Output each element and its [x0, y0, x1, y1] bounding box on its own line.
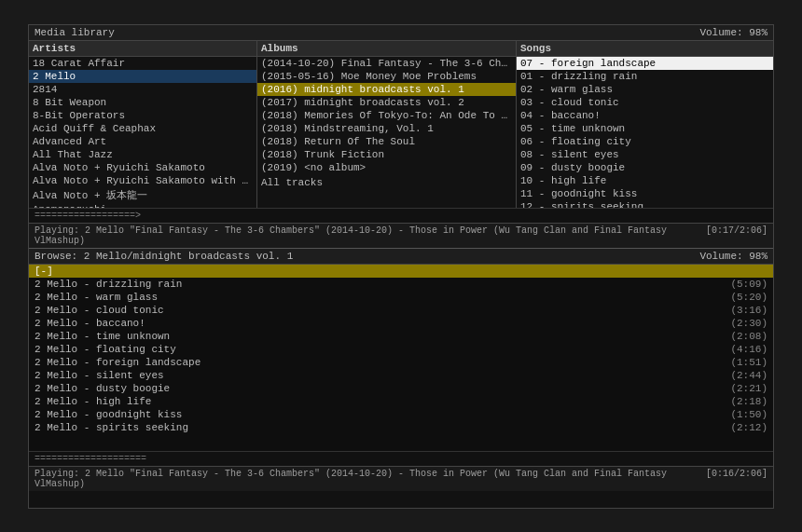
- playlist-item-label: 2 Mello - floating city: [35, 344, 176, 355]
- song-item[interactable]: 04 - baccano!: [517, 109, 773, 122]
- playlist-item-duration: (2:08): [730, 331, 767, 342]
- playlist-item-duration: (2:30): [730, 318, 767, 329]
- playlist-item-duration: (2:44): [730, 370, 767, 381]
- playlist-item-label: 2 Mello - baccano!: [35, 318, 145, 329]
- playlist-item-label: 2 Mello - goodnight kiss: [35, 409, 182, 420]
- song-item[interactable]: 03 - cloud tonic: [517, 96, 773, 109]
- playlist-item-duration: (4:16): [730, 344, 767, 355]
- artists-column: Artists 18 Carat Affair2 Mello28148 Bit …: [29, 41, 257, 208]
- albums-header: Albums: [257, 41, 516, 57]
- playlist-item-label: 2 Mello - time unknown: [35, 331, 170, 342]
- album-item[interactable]: (2014-10-20) Final Fantasy - The 3-6 Cha…: [257, 57, 516, 70]
- song-item[interactable]: 05 - time unknown: [517, 122, 773, 135]
- playlist-item-label: 2 Mello - silent eyes: [35, 370, 164, 381]
- song-item[interactable]: 12 - spirits seeking: [517, 200, 773, 208]
- albums-list: (2014-10-20) Final Fantasy - The 3-6 Cha…: [257, 57, 516, 189]
- artist-item[interactable]: 8-Bit Operators: [29, 109, 256, 122]
- media-library-panel: Media library Volume: 98% Artists 18 Car…: [29, 25, 773, 249]
- playlist-item[interactable]: 2 Mello - baccano!(2:30): [29, 317, 773, 330]
- artist-item[interactable]: 8 Bit Weapon: [29, 96, 256, 109]
- artist-item[interactable]: Advanced Art: [29, 135, 256, 148]
- playlist-item-label: 2 Mello - drizzling rain: [35, 279, 182, 290]
- song-item[interactable]: 07 - foreign landscape: [517, 57, 773, 70]
- playlist-item[interactable]: 2 Mello - high life(2:18): [29, 395, 773, 408]
- bottom-volume: Volume: 98%: [699, 251, 767, 262]
- playlist-item[interactable]: 2 Mello - spirits seeking(2:12): [29, 421, 773, 434]
- playlist-item[interactable]: 2 Mello - warm glass(5:20): [29, 291, 773, 304]
- playlist-item-label: 2 Mello - high life: [35, 396, 151, 407]
- artist-item[interactable]: Alva Noto + Ryuichi Sakamoto with Ensemb…: [29, 174, 256, 187]
- album-item[interactable]: (2015-05-16) Moe Money Moe Problems: [257, 70, 516, 83]
- album-item[interactable]: All tracks: [257, 176, 516, 189]
- playlist-item[interactable]: 2 Mello - floating city(4:16): [29, 343, 773, 356]
- playlist-container: [-]2 Mello - drizzling rain(5:09)2 Mello…: [29, 265, 773, 451]
- playlist-item-duration: (1:51): [730, 357, 767, 368]
- playlist-item[interactable]: 2 Mello - drizzling rain(5:09): [29, 278, 773, 291]
- playlist-item[interactable]: 2 Mello - dusty boogie(2:21): [29, 382, 773, 395]
- browse-panel: Browse: 2 Mello/midnight broadcasts vol.…: [29, 249, 773, 491]
- browse-title: Browse: 2 Mello/midnight broadcasts vol.…: [35, 251, 293, 262]
- songs-header: Songs: [517, 41, 773, 57]
- artist-item[interactable]: 2814: [29, 83, 256, 96]
- top-time: [0:17/2:06]: [706, 225, 767, 246]
- playlist-list: [-]2 Mello - drizzling rain(5:09)2 Mello…: [29, 265, 773, 434]
- album-item[interactable]: (2018) Memories Of Tokyo-To: An Ode To J…: [257, 109, 516, 122]
- playlist-item[interactable]: 2 Mello - cloud tonic(3:16): [29, 304, 773, 317]
- top-now-playing: Playing: 2 Mello "Final Fantasy - The 3-…: [35, 225, 706, 246]
- songs-list: 07 - foreign landscape01 - drizzling rai…: [517, 57, 773, 208]
- bottom-time: [0:16/2:06]: [706, 469, 767, 489]
- playlist-item-duration: (2:21): [730, 383, 767, 394]
- song-item[interactable]: 10 - high life: [517, 174, 773, 187]
- artist-item[interactable]: All That Jazz: [29, 148, 256, 161]
- playlist-item-label: 2 Mello - spirits seeking: [35, 422, 188, 433]
- playlist-item[interactable]: 2 Mello - time unknown(2:08): [29, 330, 773, 343]
- playlist-item-duration: (1:50): [730, 409, 767, 420]
- album-item[interactable]: (2017) midnight broadcasts vol. 2: [257, 96, 516, 109]
- artist-item[interactable]: Alva Noto + Ryuichi Sakamoto: [29, 161, 256, 174]
- playlist-item[interactable]: 2 Mello - foreign landscape(1:51): [29, 356, 773, 369]
- playlist-item[interactable]: 2 Mello - silent eyes(2:44): [29, 369, 773, 382]
- albums-column: Albums (2014-10-20) Final Fantasy - The …: [257, 41, 517, 208]
- columns-container: Artists 18 Carat Affair2 Mello28148 Bit …: [29, 41, 773, 208]
- playlist-item-duration: (3:16): [730, 305, 767, 316]
- song-item[interactable]: 06 - floating city: [517, 135, 773, 148]
- playlist-item-label: 2 Mello - cloud tonic: [35, 305, 164, 316]
- playlist-item-duration: (5:09): [730, 279, 767, 290]
- song-item[interactable]: 11 - goodnight kiss: [517, 187, 773, 200]
- song-item[interactable]: 08 - silent eyes: [517, 148, 773, 161]
- song-item[interactable]: 09 - dusty boogie: [517, 161, 773, 174]
- album-item[interactable]: (2019) <no album>: [257, 161, 516, 174]
- album-item[interactable]: (2016) midnight broadcasts vol. 1: [257, 83, 516, 96]
- bottom-panel-header: Browse: 2 Mello/midnight broadcasts vol.…: [29, 249, 773, 265]
- bottom-progress-bar: ====================: [29, 451, 773, 466]
- playlist-item-label: 2 Mello - dusty boogie: [35, 383, 170, 394]
- album-item[interactable]: (2018) Mindstreaming, Vol. 1: [257, 122, 516, 135]
- playlist-item[interactable]: 2 Mello - goodnight kiss(1:50): [29, 408, 773, 421]
- album-item[interactable]: (2018) Return Of The Soul: [257, 135, 516, 148]
- playlist-item-label: 2 Mello - warm glass: [35, 292, 158, 303]
- playlist-header[interactable]: [-]: [29, 265, 773, 278]
- top-progress-bar: ==================>: [29, 208, 773, 223]
- song-item[interactable]: 01 - drizzling rain: [517, 70, 773, 83]
- playlist-item-duration: (2:12): [730, 422, 767, 433]
- album-item[interactable]: (2018) Trunk Fiction: [257, 148, 516, 161]
- bottom-status-bar: Playing: 2 Mello "Final Fantasy - The 3-…: [29, 466, 773, 491]
- media-library-title: Media library: [35, 27, 115, 38]
- artist-item[interactable]: 2 Mello: [29, 70, 256, 83]
- artists-header: Artists: [29, 41, 256, 57]
- playlist-item-duration: (5:20): [730, 292, 767, 303]
- songs-column: Songs 07 - foreign landscape01 - drizzli…: [517, 41, 773, 208]
- artist-item[interactable]: 18 Carat Affair: [29, 57, 256, 70]
- playlist-item-label: 2 Mello - foreign landscape: [35, 357, 200, 368]
- song-item[interactable]: 02 - warm glass: [517, 83, 773, 96]
- top-status-bar: Playing: 2 Mello "Final Fantasy - The 3-…: [29, 223, 773, 248]
- top-volume: Volume: 98%: [699, 27, 767, 38]
- bottom-now-playing: Playing: 2 Mello "Final Fantasy - The 3-…: [35, 469, 706, 489]
- top-panel-header: Media library Volume: 98%: [29, 25, 773, 41]
- artist-item[interactable]: Alva Noto + 坂本龍一: [29, 187, 256, 203]
- playlist-item-duration: (2:18): [730, 396, 767, 407]
- artist-item[interactable]: Acid Quiff & Ceaphax: [29, 122, 256, 135]
- artists-list: 18 Carat Affair2 Mello28148 Bit Weapon8-…: [29, 57, 256, 208]
